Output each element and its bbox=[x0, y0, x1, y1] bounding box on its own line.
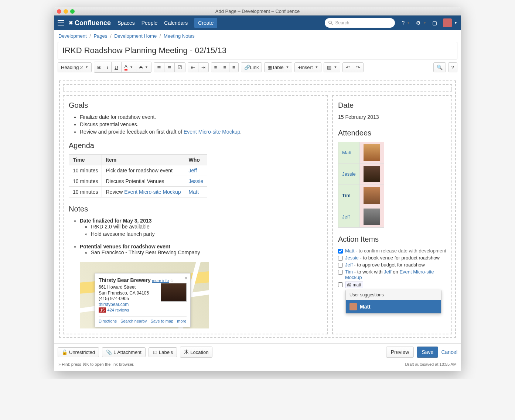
heading-select[interactable]: Heading 2▼ bbox=[58, 63, 91, 72]
save-map-link[interactable]: Save to map bbox=[150, 319, 173, 323]
search-input[interactable]: Search bbox=[325, 18, 395, 28]
number-list-button[interactable]: ≣ bbox=[164, 63, 175, 72]
link-button[interactable]: 🔗 Link bbox=[241, 63, 262, 72]
italic-button[interactable]: I bbox=[104, 62, 112, 72]
menu-icon[interactable] bbox=[58, 20, 64, 25]
note-item: Date finalized for May 3, 2013 IRKD 2.0 … bbox=[80, 218, 322, 237]
place-thumbnail bbox=[161, 283, 187, 302]
labels-button[interactable]: 🏷Labels bbox=[149, 347, 177, 357]
align-center-button[interactable]: ≡ bbox=[220, 63, 229, 72]
search-icon bbox=[328, 21, 333, 25]
mention-input[interactable]: @ matt bbox=[345, 282, 363, 288]
avatar[interactable] bbox=[443, 18, 452, 27]
bullet-list-button[interactable]: ≣ bbox=[154, 63, 164, 72]
insert-button[interactable]: + Insert▼ bbox=[295, 63, 321, 72]
outdent-button[interactable]: ⇤ bbox=[188, 63, 198, 72]
action-item: Tim - to work with Jeff on Event Micro-s… bbox=[338, 269, 446, 280]
attachment-button[interactable]: 📎1 Attachment bbox=[102, 347, 146, 357]
crumb-meeting-notes[interactable]: Meeting Notes bbox=[164, 33, 195, 39]
hint-icon: » bbox=[58, 362, 61, 366]
attendees-table: Matt Jessie Tim Jeff bbox=[338, 142, 384, 228]
color-button[interactable]: A▼ bbox=[122, 62, 137, 72]
layout-top-section[interactable] bbox=[63, 84, 452, 92]
user-link[interactable]: Matt bbox=[345, 248, 354, 254]
reviews-link[interactable]: 424 reviews bbox=[108, 308, 129, 312]
preview-button[interactable]: Preview bbox=[386, 347, 414, 358]
footer-bar: 🔓Unrestricted 📎1 Attachment 🏷Labels ⽊Loc… bbox=[54, 343, 461, 361]
attendee-link[interactable]: Jeff bbox=[342, 214, 350, 220]
page-title-input[interactable]: IRKD Roadshow Planning Meeting - 02/15/1… bbox=[58, 42, 457, 59]
layout-button[interactable]: ▥▼ bbox=[324, 63, 340, 72]
find-button[interactable]: 🔍 bbox=[434, 63, 446, 72]
inbox-icon[interactable]: ▢ bbox=[432, 20, 437, 26]
crumb-dev-home[interactable]: Development Home bbox=[114, 33, 157, 39]
user-link[interactable]: Jeff bbox=[345, 262, 353, 268]
undo-button[interactable]: ↶ bbox=[343, 63, 353, 72]
micro-site-link[interactable]: Event Micro-site Mockup bbox=[124, 189, 181, 195]
goal-item: Finalize date for roadshow event. bbox=[80, 114, 322, 120]
website-link[interactable]: thirstybear.com bbox=[99, 302, 129, 307]
restrictions-button[interactable]: 🔓Unrestricted bbox=[58, 347, 99, 357]
more-link[interactable]: more bbox=[177, 319, 186, 323]
search-nearby-link[interactable]: Search nearby bbox=[120, 319, 147, 323]
save-button[interactable]: Save bbox=[417, 347, 438, 358]
window-titlebar: Add Page – Development – Confluence bbox=[54, 7, 461, 16]
user-link[interactable]: Tim bbox=[345, 269, 353, 275]
action-checkbox[interactable] bbox=[338, 270, 343, 275]
underline-button[interactable]: U bbox=[112, 62, 121, 72]
bold-button[interactable]: B bbox=[94, 62, 104, 72]
more-info-link[interactable]: more info bbox=[152, 278, 169, 283]
action-checkbox[interactable] bbox=[338, 282, 343, 287]
goal-item: Discuss potential venues. bbox=[80, 121, 322, 127]
user-link[interactable]: Jessie bbox=[345, 255, 359, 261]
action-checkbox[interactable] bbox=[338, 256, 343, 261]
suggestions-header: User suggestions bbox=[346, 290, 441, 300]
user-link[interactable]: Matt bbox=[189, 189, 199, 195]
attendee-link[interactable]: Matt bbox=[342, 150, 351, 155]
suggestion-item[interactable]: Matt bbox=[346, 300, 441, 313]
top-nav: Confluence Spaces People Calendars Creat… bbox=[54, 16, 461, 30]
logo[interactable]: Confluence bbox=[69, 19, 111, 27]
redo-button[interactable]: ↷ bbox=[353, 63, 363, 72]
indent-button[interactable]: ⇥ bbox=[198, 63, 208, 72]
action-checkbox[interactable] bbox=[338, 263, 343, 268]
create-button[interactable]: Create bbox=[194, 18, 217, 28]
table-button[interactable]: ▦ Table▼ bbox=[265, 63, 292, 72]
attendee-link[interactable]: Tim bbox=[342, 193, 351, 198]
editor-toolbar: Heading 2▼ B I U A▼ A▼ ≣ ≣ ☑ ⇤ ⇥ ≡ ≡ ≡ 🔗… bbox=[54, 59, 461, 75]
close-icon[interactable]: × bbox=[185, 276, 187, 281]
map-embed[interactable]: × Thirsty Bear Brewery more info ☆ 661 H… bbox=[80, 262, 209, 328]
side-column[interactable]: Date 15 February 2013 Attendees Matt Jes… bbox=[332, 95, 452, 334]
note-sub: San Francisco - Thirsty Bear Brewing Com… bbox=[91, 249, 322, 255]
star-icon[interactable]: ☆ bbox=[170, 278, 174, 283]
cancel-link[interactable]: Cancel bbox=[441, 349, 457, 355]
unlock-icon: 🔓 bbox=[62, 350, 68, 355]
directions-link[interactable]: Directions bbox=[99, 319, 117, 323]
table-row: 10 minutes Pick date for roadshow event … bbox=[69, 165, 207, 176]
crumb-development[interactable]: Development bbox=[58, 33, 87, 39]
svg-point-0 bbox=[329, 21, 332, 24]
main-column[interactable]: Goals Finalize date for roadshow event. … bbox=[63, 95, 328, 334]
crumb-pages[interactable]: Pages bbox=[93, 33, 107, 39]
nav-people[interactable]: People bbox=[141, 20, 158, 26]
attendee-link[interactable]: Jessie bbox=[342, 171, 356, 177]
align-left-button[interactable]: ≡ bbox=[211, 63, 221, 72]
gear-icon[interactable]: ⚙▼ bbox=[416, 20, 426, 26]
micro-site-link[interactable]: Event Micro-site Mockup bbox=[184, 129, 240, 135]
nav-calendars[interactable]: Calendars bbox=[164, 20, 188, 26]
action-checkbox[interactable] bbox=[338, 249, 343, 254]
hint-text: Hint: press ⌘K to open the link browser. bbox=[62, 362, 134, 366]
goal-item: Review and provide feedback on first dra… bbox=[80, 129, 322, 135]
nav-spaces[interactable]: Spaces bbox=[117, 20, 135, 26]
user-link[interactable]: Jessie bbox=[189, 178, 204, 184]
help-icon[interactable]: ?▼ bbox=[402, 20, 410, 26]
col-time: Time bbox=[69, 155, 102, 165]
user-link[interactable]: Jeff bbox=[189, 168, 197, 173]
agenda-heading: Agenda bbox=[69, 141, 322, 150]
strike-button[interactable]: A▼ bbox=[136, 62, 151, 72]
location-button[interactable]: ⽊Location bbox=[180, 347, 212, 358]
help-button[interactable]: ? bbox=[449, 63, 457, 72]
task-list-button[interactable]: ☑ bbox=[175, 63, 185, 72]
align-right-button[interactable]: ≡ bbox=[229, 63, 238, 72]
user-link[interactable]: Jeff bbox=[384, 269, 392, 275]
